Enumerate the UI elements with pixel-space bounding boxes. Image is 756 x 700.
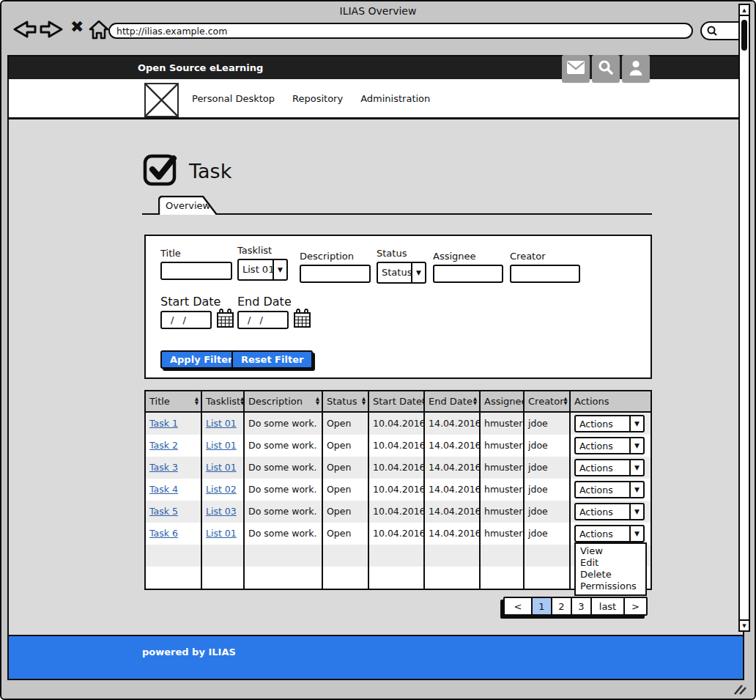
cell-start: 10.04.2016 <box>369 479 425 501</box>
filter-field-description: Description <box>300 251 371 283</box>
nav-item-administration[interactable]: Administration <box>360 93 430 104</box>
cell-actions: Actions▼ <box>571 413 651 435</box>
nav-item-personal-desktop[interactable]: Personal Desktop <box>192 93 275 104</box>
table-header-row: Title▲▼Tasklist▲▼Description▲▼Status▲▼St… <box>146 391 651 413</box>
column-header-tasklist[interactable]: Tasklist▲▼ <box>202 391 245 411</box>
task-link[interactable]: Task 5 <box>149 506 178 517</box>
cell-tasklist <box>202 545 245 567</box>
row-actions-select[interactable]: Actions▼ <box>574 459 645 476</box>
calendar-icon[interactable] <box>293 309 311 331</box>
search-button[interactable] <box>592 55 620 83</box>
task-link[interactable]: Task 4 <box>149 484 178 495</box>
forward-button[interactable] <box>40 19 64 40</box>
tasklist-link[interactable]: List 03 <box>206 506 237 517</box>
vertical-scrollbar[interactable]: ▲ ▼ <box>738 4 750 632</box>
sort-icon[interactable]: ▲▼ <box>473 397 477 405</box>
sort-icon[interactable]: ▲▼ <box>564 397 568 405</box>
scroll-up-arrow-icon[interactable]: ▲ <box>740 5 749 16</box>
cell-description: Do some work. <box>245 479 323 501</box>
nav-item-repository[interactable]: Repository <box>292 93 343 104</box>
column-header-start-date[interactable]: Start Date▲▼ <box>369 391 425 411</box>
stop-button[interactable]: ✖ <box>70 18 84 36</box>
assignee-input[interactable] <box>433 265 503 283</box>
mail-button[interactable] <box>562 55 590 83</box>
row-actions-select[interactable]: Actions▼ <box>574 525 645 542</box>
user-icon <box>627 59 645 79</box>
task-link[interactable]: Task 3 <box>149 462 178 473</box>
column-header-creator[interactable]: Creator▲▼ <box>525 391 571 411</box>
filter-field-start_date: Start Date/ / <box>160 295 234 331</box>
menu-item-edit[interactable]: Edit <box>576 557 645 569</box>
menu-item-permissions[interactable]: Permissions <box>576 581 645 592</box>
sort-icon[interactable]: ▲▼ <box>240 397 244 405</box>
title-input[interactable] <box>160 262 232 280</box>
user-button[interactable] <box>622 55 650 83</box>
end_date-input[interactable]: / / <box>237 311 289 329</box>
scrollbar-thumb[interactable] <box>741 20 747 51</box>
column-header-title[interactable]: Title▲▼ <box>146 391 202 411</box>
cell-description: Do some work. <box>245 523 323 545</box>
cell-start <box>369 567 425 589</box>
image-placeholder-icon <box>146 84 177 116</box>
tab-label: Overview <box>166 200 210 211</box>
creator-input[interactable] <box>510 265 580 283</box>
home-button[interactable] <box>88 19 110 41</box>
sort-icon[interactable]: ▲▼ <box>195 397 199 405</box>
pagination: <123last> <box>503 597 648 616</box>
back-button[interactable] <box>12 19 37 40</box>
cell-description: Do some work. <box>245 457 323 479</box>
tasklist-select[interactable]: List 01▼ <box>237 259 288 281</box>
description-input[interactable] <box>300 265 371 283</box>
close-icon: ✖ <box>70 18 84 36</box>
calendar-icon[interactable] <box>216 309 234 331</box>
pagination-button-2[interactable]: 2 <box>551 598 571 614</box>
pagination-button-last[interactable]: last <box>590 598 623 614</box>
window-title: ILIAS Overview <box>1 5 755 17</box>
menu-item-view[interactable]: View <box>576 545 645 557</box>
back-arrow-icon <box>12 19 37 40</box>
cell-title: Task 6 <box>146 523 202 545</box>
tab-overview[interactable]: Overview <box>158 196 218 215</box>
row-actions-select[interactable]: Actions▼ <box>574 437 645 454</box>
cell-creator: jdoe <box>525 435 571 457</box>
cell-end: 14.04.2016 <box>425 501 481 523</box>
cell-creator <box>525 567 571 589</box>
task-link[interactable]: Task 2 <box>149 440 178 451</box>
tasklist-link[interactable]: List 01 <box>206 462 237 473</box>
reset-filter-button[interactable]: Reset Filter <box>231 350 313 369</box>
tasklist-link[interactable]: List 02 <box>206 484 237 495</box>
pagination-button-1[interactable]: 1 <box>531 598 551 614</box>
scroll-down-arrow-icon[interactable]: ▼ <box>740 619 749 630</box>
cell-title <box>146 567 202 589</box>
chevron-down-icon: ▼ <box>629 482 643 497</box>
status-select[interactable]: Status▼ <box>377 262 426 284</box>
column-header-status[interactable]: Status▲▼ <box>323 391 369 411</box>
start_date-input[interactable]: / / <box>160 311 212 329</box>
pagination-button-prev[interactable]: < <box>505 598 531 614</box>
task-link[interactable]: Task 6 <box>149 528 178 539</box>
resize-grip-icon[interactable] <box>732 684 748 699</box>
tasklist-link[interactable]: List 01 <box>206 418 237 429</box>
pagination-button-next[interactable]: > <box>623 598 646 614</box>
column-header-assignee[interactable]: Assignee▲▼ <box>481 391 525 411</box>
sort-icon[interactable]: ▲▼ <box>362 397 366 405</box>
tasklist-link[interactable]: List 01 <box>206 528 237 539</box>
column-header-end-date[interactable]: End Date▲▼ <box>425 391 481 411</box>
row-actions-select[interactable]: Actions▼ <box>574 481 645 498</box>
sort-icon[interactable]: ▲▼ <box>316 397 319 405</box>
tasklist-link[interactable]: List 01 <box>206 440 237 451</box>
row-actions-select[interactable]: Actions▼ <box>574 503 645 520</box>
cell-creator: jdoe <box>525 457 571 479</box>
row-actions-select[interactable]: Actions▼ <box>574 415 645 432</box>
forward-arrow-icon <box>40 19 64 40</box>
cell-description <box>245 567 323 589</box>
chevron-down-icon: ▼ <box>411 263 425 282</box>
column-header-description[interactable]: Description▲▼ <box>245 391 323 411</box>
menu-item-delete[interactable]: Delete <box>576 569 645 581</box>
logo-placeholder[interactable] <box>144 83 179 117</box>
apply-filter-button[interactable]: Apply Filter <box>160 350 242 369</box>
pagination-button-3[interactable]: 3 <box>571 598 590 614</box>
task-link[interactable]: Task 1 <box>149 418 178 429</box>
url-text: http://ilias.example.com <box>116 26 227 37</box>
url-input[interactable]: http://ilias.example.com <box>108 23 693 39</box>
